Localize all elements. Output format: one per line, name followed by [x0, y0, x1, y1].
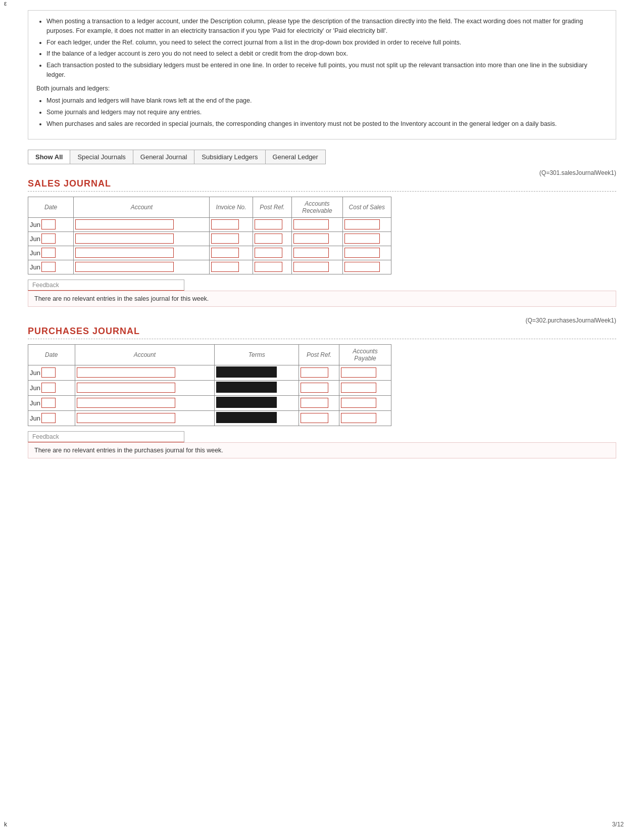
tab-bar: Show All Special Journals General Journa…	[28, 150, 326, 164]
account-input[interactable]	[77, 367, 175, 378]
ar-cell	[292, 260, 342, 274]
post-input[interactable]	[301, 383, 328, 393]
tab-general-journal[interactable]: General Journal	[133, 150, 195, 164]
account-input[interactable]	[75, 262, 174, 272]
day-input[interactable]	[41, 262, 56, 272]
month-label: Jun	[30, 414, 40, 422]
invoice-input[interactable]	[211, 248, 239, 258]
tab-special-journals[interactable]: Special Journals	[70, 150, 133, 164]
ap-input[interactable]	[341, 367, 376, 378]
month-label: Jun	[30, 263, 40, 271]
post-input[interactable]	[255, 248, 282, 258]
instruction-item: If the balance of a ledger account is ze…	[46, 49, 608, 59]
post-input[interactable]	[301, 413, 328, 423]
post-cell	[299, 380, 339, 395]
purchases-feedback-label: Feedback	[28, 431, 184, 442]
post-input[interactable]	[255, 219, 282, 229]
tab-subsidiary-ledgers[interactable]: Subsidiary Ledgers	[194, 150, 265, 164]
ap-input[interactable]	[341, 398, 376, 408]
terms-cell	[215, 365, 299, 380]
instruction-item: When purchases and sales are recorded in…	[46, 119, 608, 129]
ar-input[interactable]	[293, 219, 329, 229]
ap-input[interactable]	[341, 413, 376, 423]
month-label: Jun	[30, 221, 40, 228]
ar-input[interactable]	[293, 234, 329, 244]
post-input[interactable]	[301, 367, 328, 378]
account-cell	[75, 410, 215, 426]
cos-input[interactable]	[344, 262, 380, 272]
bottom-left-marker: k	[4, 821, 7, 828]
day-input[interactable]	[41, 398, 56, 408]
month-label: Jun	[30, 399, 40, 407]
post-cell	[299, 365, 339, 380]
account-input[interactable]	[75, 248, 174, 258]
col-header-date: Date	[28, 197, 74, 217]
table-row: Jun	[28, 410, 391, 426]
account-input[interactable]	[75, 234, 174, 244]
invoice-cell	[210, 231, 253, 246]
purchases-journal-title: PURCHASES JOURNAL	[28, 326, 616, 339]
account-cell	[74, 217, 210, 231]
terms-dark-block	[216, 382, 277, 393]
day-input[interactable]	[41, 383, 56, 393]
invoice-input[interactable]	[211, 234, 239, 244]
terms-dark-block	[216, 412, 277, 423]
invoice-cell	[210, 260, 253, 274]
date-cell: Jun	[28, 260, 74, 274]
post-input[interactable]	[255, 262, 282, 272]
cos-input[interactable]	[344, 219, 380, 229]
post-cell	[253, 217, 292, 231]
cos-input[interactable]	[344, 234, 380, 244]
tab-general-ledger[interactable]: General Ledger	[266, 150, 325, 164]
ap-input[interactable]	[341, 383, 376, 393]
account-input[interactable]	[75, 219, 174, 229]
purchases-feedback-area: Feedback There are no relevant entries i…	[28, 431, 616, 458]
table-row: Jun	[28, 260, 391, 274]
table-row: Jun	[28, 365, 391, 380]
col-header-invoice: Invoice No.	[210, 197, 253, 217]
day-input[interactable]	[41, 248, 56, 258]
day-input[interactable]	[41, 219, 56, 229]
ar-cell	[292, 231, 342, 246]
instructions-list-1: When posting a transaction to a ledger a…	[46, 17, 608, 80]
post-input[interactable]	[301, 398, 328, 408]
invoice-input[interactable]	[211, 262, 239, 272]
ap-cell	[339, 380, 391, 395]
account-input[interactable]	[77, 398, 175, 408]
post-cell	[299, 410, 339, 426]
sales-feedback-text: There are no relevant entries in the sal…	[28, 291, 616, 307]
purchases-feedback-text: There are no relevant entries in the pur…	[28, 442, 616, 458]
ar-cell	[292, 246, 342, 260]
table-row: Jun	[28, 380, 391, 395]
invoice-cell	[210, 217, 253, 231]
day-input[interactable]	[41, 234, 56, 244]
account-cell	[75, 365, 215, 380]
account-cell	[74, 231, 210, 246]
sales-journal-title: SALES JOURNAL	[28, 178, 616, 192]
tab-show-all[interactable]: Show All	[28, 150, 70, 164]
date-cell: Jun	[28, 246, 74, 260]
invoice-input[interactable]	[211, 219, 239, 229]
sales-feedback-label: Feedback	[28, 280, 184, 291]
cos-cell	[342, 246, 391, 260]
account-input[interactable]	[77, 383, 175, 393]
month-label: Jun	[30, 249, 40, 257]
table-row: Jun	[28, 246, 391, 260]
terms-dark-block	[216, 366, 277, 378]
ar-input[interactable]	[293, 262, 329, 272]
cos-input[interactable]	[344, 248, 380, 258]
page-number: 3/12	[612, 821, 624, 828]
post-cell	[299, 395, 339, 410]
col-header-date: Date	[28, 344, 75, 365]
instructions-list-2: Most journals and ledgers will have blan…	[46, 96, 608, 128]
date-cell: Jun	[28, 365, 75, 380]
day-input[interactable]	[41, 367, 56, 378]
account-cell	[75, 395, 215, 410]
day-input[interactable]	[41, 413, 56, 423]
col-header-post: Post Ref.	[253, 197, 292, 217]
terms-cell	[215, 410, 299, 426]
account-input[interactable]	[77, 413, 175, 423]
ar-input[interactable]	[293, 248, 329, 258]
table-row: Jun	[28, 395, 391, 410]
post-input[interactable]	[255, 234, 282, 244]
